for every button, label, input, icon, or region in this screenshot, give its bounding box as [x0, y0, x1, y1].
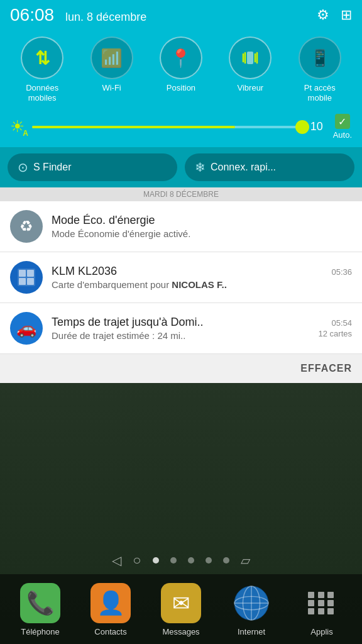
notif-time-klm: 05:36: [331, 267, 352, 277]
brightness-value: 10: [310, 120, 326, 133]
toggle-vibreur[interactable]: Vibreur: [229, 36, 272, 93]
vibreur-icon: [240, 48, 260, 68]
effacer-row: EFFACER: [0, 354, 362, 383]
connexion-rapide-button[interactable]: ❄ Connex. rapi...: [185, 153, 354, 181]
status-icons: ⚙ ⊞: [317, 7, 352, 23]
donnees-icon: ⇅: [35, 48, 50, 69]
brightness-auto-indicator: A: [23, 129, 28, 138]
auto-brightness-toggle[interactable]: ✓ Auto.: [333, 114, 352, 140]
toggle-circle-position: 📍: [160, 36, 202, 79]
sfinder-icon: ⊙: [18, 160, 28, 175]
notif-icon-trajet: 🚗: [10, 312, 43, 345]
position-icon: 📍: [170, 48, 192, 69]
notif-time-trajet: 05:54: [331, 318, 352, 328]
toggle-position[interactable]: 📍 Position: [160, 36, 202, 93]
notif-icon-eco: ♻: [10, 210, 43, 243]
svg-rect-8: [19, 278, 26, 285]
applis-grid-icon: [308, 592, 336, 614]
auto-label: Auto.: [333, 130, 352, 140]
internet-globe-icon: [233, 585, 270, 621]
brightness-row: ☀ A 10 ✓ Auto.: [0, 109, 362, 147]
brightness-thumb: [295, 120, 309, 134]
connexion-label: Connex. rapi...: [211, 162, 276, 173]
settings-icon[interactable]: ⚙: [317, 7, 329, 23]
home-dot-2: [170, 557, 177, 564]
sfinder-button[interactable]: ⊙ S Finder: [8, 153, 177, 181]
notif-body-eco: Mode Économie d'énergie activé.: [52, 228, 352, 239]
notif-title-row-trajet: Temps de trajet jusqu'à Domi.. 05:54: [52, 316, 352, 329]
messages-icon: ✉: [172, 591, 190, 616]
notif-body-trajet: Durée de trajet estimée : 24 mi..: [52, 330, 185, 341]
toggle-donnees-mobiles[interactable]: ⇅ Donnéesmobiles: [21, 36, 63, 103]
notif-title-trajet: Temps de trajet jusqu'à Domi..: [52, 316, 204, 329]
notification-klm[interactable]: KLM KL2036 05:36 Carte d'embarquement po…: [0, 252, 362, 303]
telephone-icon-bg: 📞: [20, 583, 60, 623]
dock-internet[interactable]: Internet: [231, 583, 272, 636]
telephone-label: Téléphone: [21, 627, 59, 636]
dock-contacts[interactable]: 👤 Contacts: [90, 583, 131, 636]
trajet-icon: 🚗: [16, 319, 36, 338]
back-button[interactable]: ◁: [112, 553, 121, 568]
auto-check-box: ✓: [335, 114, 350, 129]
toggle-pt-acces[interactable]: 📱 Pt accèsmobile: [299, 36, 341, 103]
contacts-label: Contacts: [94, 627, 126, 636]
brightness-slider[interactable]: [32, 126, 303, 128]
notif-title-eco: Mode Éco. d'énergie: [52, 214, 155, 227]
quick-buttons: ⊙ S Finder ❄ Connex. rapi...: [0, 147, 362, 187]
applis-label: Applis: [310, 627, 332, 636]
status-bar: 06:08 lun. 8 décembre ⚙ ⊞: [0, 0, 362, 30]
svg-rect-9: [27, 278, 34, 285]
notif-title-row-eco: Mode Éco. d'énergie: [52, 214, 352, 227]
toggle-circle-wifi: 📶: [90, 36, 133, 79]
notif-content-trajet: Temps de trajet jusqu'à Domi.. 05:54 Dur…: [52, 316, 352, 341]
notif-content-eco: Mode Éco. d'énergie Mode Économie d'éner…: [52, 214, 352, 239]
toggle-circle-donnees: ⇅: [21, 36, 63, 79]
pt-acces-icon: 📱: [310, 48, 330, 68]
dock: 📞 Téléphone 👤 Contacts ✉ Messages Intern…: [0, 574, 362, 644]
toggle-label-donnees: Donnéesmobiles: [26, 83, 58, 103]
status-date: lun. 8 décembre: [65, 11, 146, 24]
notif-content-klm: KLM KL2036 05:36 Carte d'embarquement po…: [52, 265, 352, 290]
grid-icon[interactable]: ⊞: [341, 7, 352, 23]
dock-telephone[interactable]: 📞 Téléphone: [20, 583, 60, 636]
status-time: 06:08: [10, 5, 54, 25]
sfinder-label: S Finder: [33, 162, 71, 173]
brightness-fill: [32, 126, 235, 128]
dock-applis[interactable]: Applis: [302, 583, 342, 636]
home-dot-5: [223, 557, 229, 564]
home-button[interactable]: ○: [133, 552, 141, 569]
connexion-icon: ❄: [195, 160, 206, 175]
notif-title-klm: KLM KL2036: [52, 265, 117, 278]
notification-date-header: MARDI 8 DÉCEMBRE: [0, 187, 362, 201]
notif-meta-trajet: 12 cartes: [319, 329, 352, 341]
toggle-label-vibreur: Vibreur: [238, 83, 264, 93]
notif-icon-klm: [10, 261, 43, 294]
contacts-icon-bg: 👤: [90, 583, 131, 623]
wifi-icon: 📶: [101, 48, 123, 69]
quick-toggles: ⇅ Donnéesmobiles 📶 Wi-Fi 📍 Position: [0, 30, 362, 109]
internet-label: Internet: [238, 627, 265, 636]
effacer-button[interactable]: EFFACER: [300, 360, 352, 377]
svg-rect-0: [247, 52, 253, 64]
contacts-icon: 👤: [97, 590, 125, 616]
svg-rect-7: [27, 270, 34, 277]
home-dot-3: [188, 557, 194, 564]
recent-button[interactable]: ▱: [241, 553, 250, 568]
notification-eco-energie[interactable]: ♻ Mode Éco. d'énergie Mode Économie d'én…: [0, 201, 362, 252]
toggle-label-position: Position: [167, 83, 195, 93]
notification-trajet[interactable]: 🚗 Temps de trajet jusqu'à Domi.. 05:54 D…: [0, 303, 362, 354]
notif-body-klm: Carte d'embarquement pour NICOLAS F..: [52, 279, 352, 290]
applis-icon-bg: [302, 583, 342, 623]
klm-icon: [16, 267, 37, 288]
internet-icon-bg: [231, 583, 272, 623]
telephone-icon: 📞: [26, 590, 55, 616]
toggle-label-pt-acces: Pt accèsmobile: [304, 83, 336, 103]
toggle-wifi[interactable]: 📶 Wi-Fi: [90, 36, 133, 93]
notif-title-row-klm: KLM KL2036 05:36: [52, 265, 352, 278]
dock-messages[interactable]: ✉ Messages: [161, 583, 201, 636]
notification-panel: 06:08 lun. 8 décembre ⚙ ⊞ ⇅ Donnéesmobil…: [0, 0, 362, 383]
home-dot-1: [153, 557, 159, 564]
home-bar: ◁ ○ ▱: [0, 552, 362, 569]
messages-icon-bg: ✉: [161, 583, 201, 623]
toggle-circle-vibreur: [229, 36, 272, 79]
